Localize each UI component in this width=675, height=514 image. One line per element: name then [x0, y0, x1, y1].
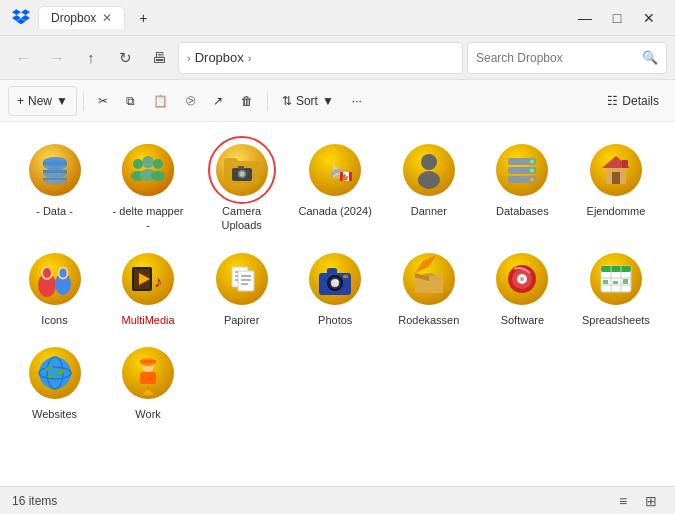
svg-point-27 — [421, 154, 437, 170]
folder-label-ejendomme: Ejendomme — [587, 204, 646, 218]
folder-item-icons[interactable]: Icons — [12, 243, 97, 333]
cut-button[interactable]: ✂ — [90, 86, 116, 116]
folder-label-delte-mapper: - delte mapper - — [110, 204, 187, 233]
svg-point-18 — [238, 170, 246, 178]
details-icon: ☷ — [607, 94, 618, 108]
paste-button[interactable]: 📋 — [145, 86, 176, 116]
search-input[interactable] — [476, 51, 636, 65]
new-tab-button[interactable]: + — [129, 7, 157, 29]
svg-point-43 — [43, 268, 51, 278]
folder-item-delte-mapper[interactable]: - delte mapper - — [106, 134, 191, 239]
new-dropdown-arrow: ▼ — [56, 94, 68, 108]
maximize-button[interactable]: □ — [603, 7, 631, 29]
svg-rect-63 — [327, 268, 337, 275]
folder-item-ejendomme[interactable]: Ejendomme — [573, 134, 658, 239]
folder-icon-multimedia: ♪ — [118, 249, 178, 309]
window-controls: — □ ✕ — [571, 7, 663, 29]
folder-label-rodekassen: Rodekassen — [398, 313, 459, 327]
svg-rect-68 — [343, 275, 348, 278]
folder-item-danner[interactable]: Danner — [386, 134, 471, 239]
svg-rect-57 — [238, 271, 254, 291]
folder-label-canada-2024: Canada (2024) — [299, 204, 372, 218]
folder-item-work[interactable]: Work — [106, 337, 191, 427]
svg-rect-82 — [603, 280, 608, 284]
svg-point-46 — [59, 268, 66, 277]
breadcrumb-separator: › — [187, 52, 191, 64]
folder-item-websites[interactable]: Websites — [12, 337, 97, 427]
folder-item-databases[interactable]: Databases — [480, 134, 565, 239]
delete-button[interactable]: 🗑 — [233, 86, 261, 116]
copy-path-button[interactable]: ⧁ — [178, 86, 203, 116]
folder-item-papirer[interactable]: Papirer — [199, 243, 284, 333]
folder-label-photos: Photos — [318, 313, 352, 327]
active-tab[interactable]: Dropbox ✕ — [38, 6, 125, 29]
minimize-button[interactable]: — — [571, 7, 599, 29]
folder-item-multimedia[interactable]: ♪ MultiMedia — [106, 243, 191, 333]
folder-label-camera-uploads: Camera Uploads — [203, 204, 280, 233]
folder-item-canada-2024[interactable]: 🍁 Canada (2024) — [293, 134, 378, 239]
folder-label-spreadsheets: Spreadsheets — [582, 313, 650, 327]
svg-point-67 — [336, 279, 339, 282]
svg-point-15 — [151, 171, 165, 181]
svg-point-28 — [418, 171, 440, 189]
svg-rect-93 — [140, 372, 156, 384]
folder-label-multimedia: MultiMedia — [121, 313, 174, 327]
folder-icon-websites — [25, 343, 85, 403]
share-icon: ↗ — [213, 94, 223, 108]
folder-icon-spreadsheets — [586, 249, 646, 309]
sort-label: Sort — [296, 94, 318, 108]
forward-button[interactable]: → — [42, 43, 72, 73]
sort-arrow-icon: ▼ — [322, 94, 334, 108]
sort-button[interactable]: ⇅ Sort ▼ — [274, 86, 342, 116]
tab-title: Dropbox — [51, 11, 96, 25]
details-button[interactable]: ☷ Details — [599, 86, 667, 116]
folder-icon-papirer — [212, 249, 272, 309]
copy-icon: ⧉ — [126, 94, 135, 108]
folder-item-spreadsheets[interactable]: Spreadsheets — [573, 243, 658, 333]
folder-icon-danner — [399, 140, 459, 200]
grid-view-button[interactable]: ⊞ — [639, 491, 663, 511]
svg-point-10 — [133, 159, 143, 169]
new-button[interactable]: + New ▼ — [8, 86, 77, 116]
cut-icon: ✂ — [98, 94, 108, 108]
folder-item-data[interactable]: - Data - — [12, 134, 97, 239]
new-button-label: New — [28, 94, 52, 108]
status-bar: 16 items ≡ ⊞ — [0, 486, 675, 514]
svg-point-35 — [530, 178, 534, 182]
view-toggles: ≡ ⊞ — [611, 491, 663, 511]
details-label: Details — [622, 94, 659, 108]
folder-icon-data — [25, 140, 85, 200]
more-options-button[interactable]: ··· — [344, 86, 370, 116]
close-button[interactable]: ✕ — [635, 7, 663, 29]
folder-icon-delte-mapper — [118, 140, 178, 200]
copy-button[interactable]: ⧉ — [118, 86, 143, 116]
folder-label-websites: Websites — [32, 407, 77, 421]
svg-point-40 — [29, 253, 81, 305]
list-view-button[interactable]: ≡ — [611, 491, 635, 511]
toolbar-separator-2 — [267, 91, 268, 111]
item-count: 16 items — [12, 494, 57, 508]
folder-item-photos[interactable]: Photos — [293, 243, 378, 333]
folder-item-rodekassen[interactable]: Rodekassen — [386, 243, 471, 333]
svg-text:♪: ♪ — [154, 273, 162, 290]
folder-icon-canada-2024: 🍁 — [305, 140, 365, 200]
folder-item-software[interactable]: Software — [480, 243, 565, 333]
share-button[interactable]: ↗ — [205, 86, 231, 116]
view-switch-button[interactable]: 🖶 — [144, 43, 174, 73]
up-button[interactable]: ↑ — [76, 43, 106, 73]
folder-item-camera-uploads[interactable]: Camera Uploads — [199, 134, 284, 239]
svg-rect-24 — [349, 172, 352, 181]
search-box[interactable]: 🔍 — [467, 42, 667, 74]
svg-point-19 — [239, 172, 244, 177]
breadcrumb[interactable]: › Dropbox › — [178, 42, 463, 74]
svg-rect-39 — [622, 160, 628, 168]
svg-point-16 — [216, 144, 268, 196]
content-area: - Data - - delte mapper - Camera Uploads — [0, 122, 675, 486]
svg-rect-84 — [623, 279, 628, 284]
more-options-icon: ··· — [352, 94, 362, 108]
title-bar: Dropbox ✕ + — □ ✕ — [0, 0, 675, 36]
tab-close-button[interactable]: ✕ — [102, 11, 112, 25]
folder-grid: - Data - - delte mapper - Camera Uploads — [12, 134, 663, 427]
back-button[interactable]: ← — [8, 43, 38, 73]
refresh-button[interactable]: ↻ — [110, 43, 140, 73]
